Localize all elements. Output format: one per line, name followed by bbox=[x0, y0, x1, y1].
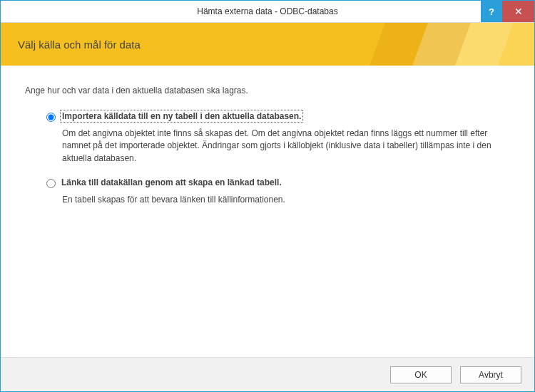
option-import-label: Importera källdata till en ny tabell i d… bbox=[61, 111, 302, 121]
intro-text: Ange hur och var data i den aktuella dat… bbox=[25, 86, 510, 96]
help-icon: ? bbox=[489, 6, 494, 17]
close-icon: ✕ bbox=[514, 6, 523, 17]
dialog-window: Hämta externa data - ODBC-databas ? ✕ Vä… bbox=[0, 0, 535, 392]
header-banner: Välj källa och mål för data bbox=[1, 23, 534, 66]
option-import-description: Om det angivna objektet inte finns så sk… bbox=[25, 125, 510, 177]
help-button[interactable]: ? bbox=[481, 1, 502, 22]
banner-decor-icon bbox=[370, 23, 534, 66]
titlebar: Hämta externa data - ODBC-databas ? ✕ bbox=[1, 1, 534, 23]
option-import-radio[interactable] bbox=[46, 113, 56, 122]
window-title: Hämta externa data - ODBC-databas bbox=[1, 1, 534, 22]
page-title: Välj källa och mål för data bbox=[18, 38, 141, 51]
option-link-description: En tabell skapas för att bevara länken t… bbox=[25, 191, 510, 219]
option-import[interactable]: Importera källdata till en ny tabell i d… bbox=[25, 111, 510, 122]
close-button[interactable]: ✕ bbox=[502, 1, 534, 22]
option-link-radio[interactable] bbox=[46, 179, 56, 188]
cancel-button[interactable]: Avbryt bbox=[460, 366, 521, 383]
content-area: Ange hur och var data i den aktuella dat… bbox=[1, 66, 534, 357]
window-controls: ? ✕ bbox=[481, 1, 534, 22]
dialog-footer: OK Avbryt bbox=[1, 357, 534, 391]
option-link-label: Länka till datakällan genom att skapa en… bbox=[61, 177, 282, 187]
option-link[interactable]: Länka till datakällan genom att skapa en… bbox=[25, 177, 510, 188]
ok-button[interactable]: OK bbox=[390, 366, 452, 383]
